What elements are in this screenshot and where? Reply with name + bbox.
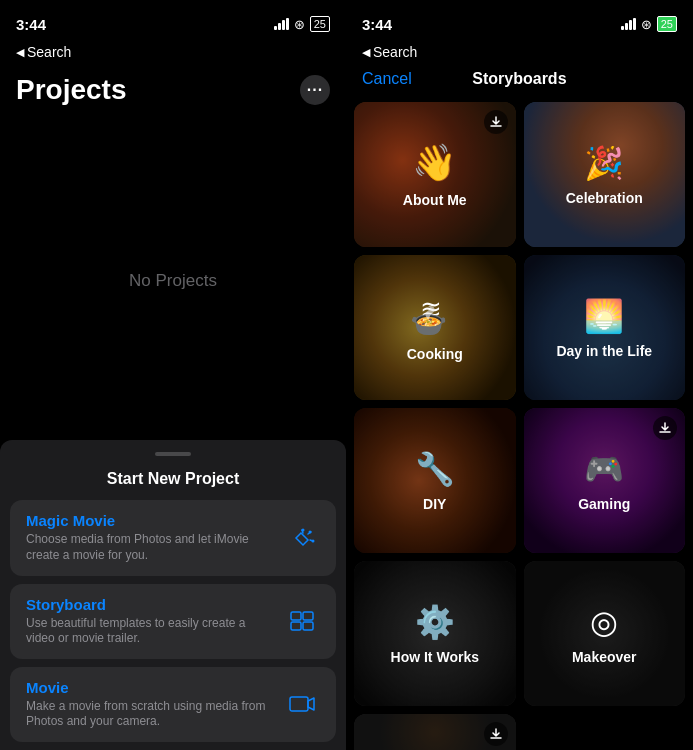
projects-title: Projects bbox=[16, 74, 127, 106]
gaming-icon: 🎮 bbox=[584, 450, 624, 488]
svg-point-0 bbox=[309, 531, 312, 534]
left-back-nav[interactable]: ◀ Search bbox=[0, 44, 346, 66]
back-arrow-icon: ◀ bbox=[16, 46, 24, 59]
left-time: 3:44 bbox=[16, 16, 46, 33]
diy-content: 🔧 DIY bbox=[354, 408, 516, 553]
back-label: Search bbox=[27, 44, 71, 60]
right-back-nav[interactable]: ◀ Search bbox=[362, 44, 417, 60]
day-in-life-icon: 🌅 bbox=[584, 297, 624, 335]
template-how-works[interactable]: ⚙️ How It Works bbox=[354, 561, 516, 706]
magic-movie-desc: Choose media from Photos and let iMovie … bbox=[26, 532, 276, 563]
movie-desc: Make a movie from scratch using media fr… bbox=[26, 699, 276, 730]
partial-download-badge bbox=[484, 722, 508, 746]
drag-handle[interactable] bbox=[155, 452, 191, 456]
right-status-icons: ⊛ 25 bbox=[621, 16, 677, 32]
storyboard-icon bbox=[284, 603, 320, 639]
magic-movie-name: Magic Movie bbox=[26, 512, 276, 529]
movie-option[interactable]: Movie Make a movie from scratch using me… bbox=[10, 667, 336, 742]
makeover-label: Makeover bbox=[572, 649, 637, 665]
left-status-icons: ⊛ 25 bbox=[274, 16, 330, 32]
signal-icon bbox=[274, 18, 289, 30]
about-me-icon: 👋 bbox=[412, 142, 457, 184]
projects-header: Projects ··· bbox=[0, 66, 346, 122]
svg-rect-6 bbox=[303, 622, 313, 630]
template-gaming[interactable]: 🎮 Gaming bbox=[524, 408, 686, 553]
storyboard-name: Storyboard bbox=[26, 596, 276, 613]
template-celebration[interactable]: 🎉 Celebration bbox=[524, 102, 686, 247]
celebration-icon: 🎉 bbox=[584, 144, 624, 182]
makeover-content: ◎ Makeover bbox=[524, 561, 686, 706]
right-back-arrow-icon: ◀ bbox=[362, 46, 370, 59]
magic-movie-option[interactable]: Magic Movie Choose media from Photos and… bbox=[10, 500, 336, 575]
right-panel: 3:44 ⊛ 25 ◀ Search Cancel Storyboards bbox=[346, 0, 693, 750]
movie-text: Movie Make a movie from scratch using me… bbox=[26, 679, 276, 730]
left-status-bar: 3:44 ⊛ 25 bbox=[0, 0, 346, 44]
day-in-life-content: 🌅 Day in the Life bbox=[524, 255, 686, 400]
gaming-label: Gaming bbox=[578, 496, 630, 512]
right-back-label: Search bbox=[373, 44, 417, 60]
storyboards-title: Storyboards bbox=[472, 70, 566, 88]
templates-grid: 👋 About Me 🎉 Celebration ≋ 🍲 Cooking bbox=[346, 98, 693, 750]
battery-icon: 25 bbox=[310, 16, 330, 32]
diy-label: DIY bbox=[423, 496, 446, 512]
svg-rect-4 bbox=[303, 612, 313, 620]
right-time: 3:44 bbox=[362, 16, 392, 33]
celebration-content: 🎉 Celebration bbox=[524, 102, 686, 247]
magic-movie-text: Magic Movie Choose media from Photos and… bbox=[26, 512, 276, 563]
svg-rect-3 bbox=[291, 612, 301, 620]
how-works-content: ⚙️ How It Works bbox=[354, 561, 516, 706]
cancel-button[interactable]: Cancel bbox=[362, 70, 412, 88]
template-day-in-life[interactable]: 🌅 Day in the Life bbox=[524, 255, 686, 400]
more-icon: ··· bbox=[307, 81, 323, 99]
no-projects-area: No Projects bbox=[0, 122, 346, 440]
about-me-label: About Me bbox=[403, 192, 467, 208]
template-cooking[interactable]: ≋ 🍲 Cooking bbox=[354, 255, 516, 400]
right-signal-icon bbox=[621, 18, 636, 30]
cooking-icon: ≋ 🍲 bbox=[410, 294, 460, 338]
diy-icon: 🔧 bbox=[415, 450, 455, 488]
storyboard-desc: Use beautiful templates to easily create… bbox=[26, 616, 276, 647]
svg-point-1 bbox=[302, 529, 305, 532]
magic-movie-icon bbox=[284, 520, 320, 556]
more-button[interactable]: ··· bbox=[300, 75, 330, 105]
gaming-download-badge bbox=[653, 416, 677, 440]
celebration-label: Celebration bbox=[566, 190, 643, 206]
makeover-icon: ◎ bbox=[590, 603, 618, 641]
about-me-download-badge bbox=[484, 110, 508, 134]
bottom-sheet: Start New Project Magic Movie Choose med… bbox=[0, 440, 346, 750]
wifi-icon: ⊛ bbox=[294, 17, 305, 32]
how-works-icon: ⚙️ bbox=[415, 603, 455, 641]
right-status-bar: 3:44 ⊛ 25 bbox=[346, 0, 693, 44]
how-works-label: How It Works bbox=[391, 649, 479, 665]
svg-point-2 bbox=[312, 540, 315, 543]
movie-icon bbox=[284, 686, 320, 722]
cooking-content: ≋ 🍲 Cooking bbox=[354, 255, 516, 400]
right-wifi-icon: ⊛ bbox=[641, 17, 652, 32]
svg-rect-5 bbox=[291, 622, 301, 630]
template-diy[interactable]: 🔧 DIY bbox=[354, 408, 516, 553]
right-battery-icon: 25 bbox=[657, 16, 677, 32]
start-new-title: Start New Project bbox=[0, 470, 346, 488]
svg-rect-7 bbox=[290, 697, 308, 711]
storyboards-nav-bar: Cancel Storyboards bbox=[346, 70, 693, 98]
right-nav: ◀ Search bbox=[346, 44, 693, 70]
movie-name: Movie bbox=[26, 679, 276, 696]
template-about-me[interactable]: 👋 About Me bbox=[354, 102, 516, 247]
template-partial[interactable] bbox=[354, 714, 516, 750]
cooking-label: Cooking bbox=[407, 346, 463, 362]
storyboard-text: Storyboard Use beautiful templates to ea… bbox=[26, 596, 276, 647]
template-makeover[interactable]: ◎ Makeover bbox=[524, 561, 686, 706]
no-projects-label: No Projects bbox=[129, 271, 217, 291]
storyboard-option[interactable]: Storyboard Use beautiful templates to ea… bbox=[10, 584, 336, 659]
left-panel: 3:44 ⊛ 25 ◀ Search Projects ··· No Proje… bbox=[0, 0, 346, 750]
day-in-life-label: Day in the Life bbox=[556, 343, 652, 359]
